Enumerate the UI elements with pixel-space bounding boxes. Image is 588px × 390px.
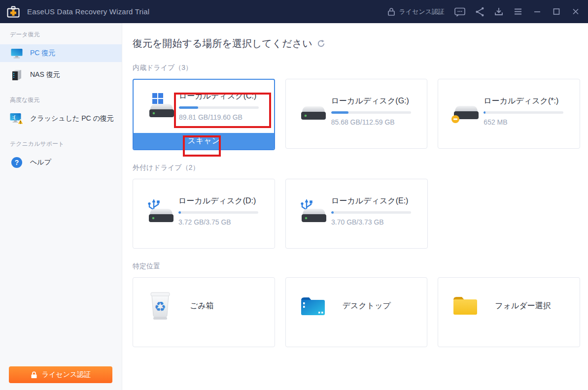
- specific-locations-row: ♻ ごみ箱: [133, 277, 580, 347]
- section-label-internal-drives: 内蔵ドライブ（3）: [133, 64, 580, 72]
- location-name: デスクトップ: [343, 301, 391, 311]
- sidebar-item-pc-recovery[interactable]: PC 復元: [0, 44, 122, 62]
- drive-size: 3.70 GB/3.73 GB: [331, 218, 413, 226]
- sidebar-section-advanced-recovery: 高度な復元: [10, 96, 122, 104]
- monitor-icon: [10, 48, 24, 59]
- sidebar-item-label: ヘルプ: [30, 158, 51, 167]
- sidebar-item-label: PC 復元: [30, 49, 55, 58]
- share-button[interactable]: [470, 0, 489, 23]
- drive-name: ローカルディスク(G:): [331, 96, 413, 106]
- drive-card-g[interactable]: ローカルディスク(G:) 85.68 GB/112.59 GB: [285, 79, 428, 149]
- svg-text::(: :(: [12, 115, 15, 120]
- lock-icon: [31, 371, 37, 379]
- page-title: 復元を開始する場所を選択してください: [133, 37, 312, 50]
- section-label-specific-locations: 特定位置: [133, 262, 580, 271]
- location-name: ごみ箱: [190, 301, 214, 311]
- maximize-button[interactable]: [547, 0, 566, 23]
- internal-drives-row: ローカルディスク(C:) 89.81 GB/119.60 GB スキャン: [133, 79, 580, 150]
- section-label-external-drives: 外付けドライブ（2）: [133, 163, 580, 172]
- minimize-icon: [533, 6, 542, 17]
- titlebar: EaseUS Data Recovery Wizard Trial ライセンス認…: [0, 0, 588, 23]
- drive-size: 85.68 GB/112.59 GB: [331, 118, 413, 126]
- maximize-icon: [552, 6, 561, 17]
- recycle-bin-icon: ♻: [146, 291, 174, 321]
- drive-name: ローカルディスク(C:): [179, 91, 261, 101]
- drive-card-c[interactable]: ローカルディスク(C:) 89.81 GB/119.60 GB スキャン: [133, 79, 275, 150]
- nas-icon: [10, 69, 24, 81]
- drive-name: ローカルディスク(D:): [178, 196, 260, 206]
- sidebar-item-help[interactable]: ? ヘルプ: [0, 154, 122, 171]
- refresh-button[interactable]: [317, 39, 325, 48]
- recycle-bin-card[interactable]: ♻ ごみ箱: [133, 277, 275, 347]
- capacity-bar: [178, 211, 258, 214]
- sidebar-item-label: NAS 復元: [30, 70, 60, 79]
- download-button[interactable]: [489, 0, 508, 23]
- refresh-icon: [317, 39, 325, 48]
- menu-button[interactable]: [508, 0, 527, 23]
- drive-card-d[interactable]: ローカルディスク(D:) 3.72 GB/3.75 GB: [133, 179, 275, 249]
- drive-card-e[interactable]: ローカルディスク(E:) 3.70 GB/3.73 GB: [285, 179, 428, 249]
- close-button[interactable]: [566, 0, 585, 23]
- license-activation-button[interactable]: ライセンス認証: [9, 366, 112, 383]
- hamburger-menu-icon: [513, 6, 523, 17]
- titlebar-license-label: ライセンス認証: [399, 7, 445, 16]
- app-window: EaseUS Data Recovery Wizard Trial ライセンス認…: [0, 0, 588, 390]
- desktop-card[interactable]: デスクトップ: [285, 277, 428, 347]
- drive-card-lost[interactable]: ローカルディスク(*:) 652 MB: [438, 79, 580, 149]
- sidebar-item-nas-recovery[interactable]: NAS 復元: [0, 66, 122, 84]
- titlebar-license-button[interactable]: ライセンス認証: [387, 7, 445, 16]
- folder-select-card[interactable]: フォルダー選択: [438, 277, 580, 347]
- capacity-bar: [179, 106, 259, 109]
- main-content: 復元を開始する場所を選択してください 内蔵ドライブ（3）: [123, 23, 588, 390]
- location-name: フォルダー選択: [495, 301, 551, 311]
- minimize-button[interactable]: [527, 0, 547, 23]
- capacity-bar: [331, 111, 411, 114]
- hard-drive-icon: [298, 99, 327, 122]
- drive-size: 89.81 GB/119.60 GB: [179, 113, 261, 121]
- license-button-label: ライセンス認証: [42, 370, 91, 379]
- drive-name: ローカルディスク(E:): [331, 196, 413, 206]
- usb-drive-icon: [298, 198, 327, 224]
- lost-partition-drive-icon: [450, 98, 480, 124]
- sidebar: データ復元 PC 復元: [0, 23, 122, 390]
- lock-icon: [387, 7, 395, 16]
- sidebar-item-crashed-pc-recovery[interactable]: :( クラッシュした PC の復元: [0, 110, 122, 128]
- share-icon: [474, 6, 485, 17]
- sidebar-section-data-recovery: データ復元: [10, 31, 122, 39]
- svg-text:?: ?: [15, 159, 19, 166]
- drive-size: 652 MB: [484, 118, 565, 126]
- download-icon: [494, 6, 504, 17]
- svg-text:♻: ♻: [154, 299, 166, 314]
- sidebar-section-technical-support: テクニカルサポート: [10, 140, 122, 148]
- capacity-bar: [331, 211, 411, 214]
- yellow-folder-icon: [451, 295, 479, 317]
- desktop-folder-icon: [299, 294, 327, 317]
- chat-icon: [454, 6, 466, 17]
- capacity-bar: [484, 111, 563, 114]
- app-title: EaseUS Data Recovery Wizard Trial: [27, 7, 149, 16]
- app-icon: [7, 6, 20, 18]
- windows-drive-icon: [145, 93, 175, 119]
- sidebar-item-label: クラッシュした PC の復元: [30, 114, 114, 123]
- feedback-chat-button[interactable]: [450, 0, 470, 23]
- crashed-pc-icon: :(: [10, 113, 24, 125]
- drive-size: 3.72 GB/3.75 GB: [178, 218, 260, 226]
- help-icon: ?: [10, 157, 24, 168]
- external-drives-row: ローカルディスク(D:) 3.72 GB/3.75 GB: [133, 179, 580, 249]
- scan-button[interactable]: スキャン: [134, 133, 274, 149]
- drive-name: ローカルディスク(*:): [484, 96, 565, 106]
- close-icon: [571, 6, 580, 17]
- usb-drive-icon: [145, 198, 174, 224]
